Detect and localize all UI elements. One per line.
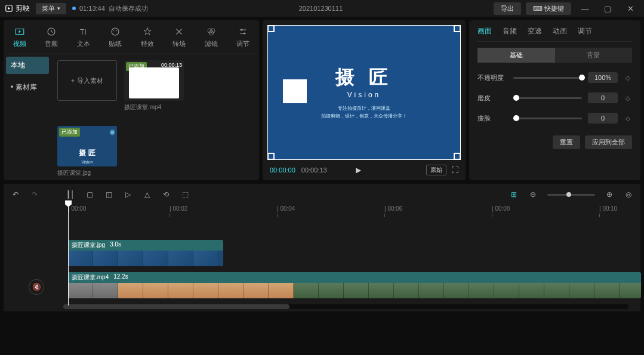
tab-sticker[interactable]: 贴纸 <box>100 20 132 54</box>
zoom-out-button[interactable]: ⊖ <box>528 190 538 199</box>
skin-spinner[interactable]: ◇ <box>624 95 632 101</box>
tab-video[interactable]: 视频 <box>4 20 36 54</box>
subtab-background[interactable]: 背景 <box>555 48 633 63</box>
tab-filter[interactable]: 滤镜 <box>195 20 227 54</box>
minimize-button[interactable]: — <box>576 4 594 13</box>
playhead[interactable] <box>68 202 69 305</box>
subtab-basic[interactable]: 基础 <box>477 48 555 63</box>
filter-icon <box>206 26 217 37</box>
media-grid: + 导入素材 已添加00:00:13 摄匠课堂.mp4 已添加◉ 摄 匠 Vis… <box>51 54 259 183</box>
export-button[interactable]: 导出 <box>494 2 521 15</box>
preview-canvas[interactable]: 摄 匠 Vision 专注拍摄后计，潜画课堂拍摄剪辑，设计，创意，大众传播分享！ <box>267 25 461 160</box>
crop2-button[interactable]: ◫ <box>104 190 113 199</box>
import-button[interactable]: + 导入素材 <box>57 60 117 101</box>
opacity-slider[interactable] <box>513 77 582 79</box>
apply-all-button[interactable]: 应用到全部 <box>585 135 632 149</box>
timeline-tracks: 摄匠课堂.jpg3.0s 🔇 摄匠课堂.mp412.2s <box>63 239 640 300</box>
app-logo: 剪映 <box>5 4 30 14</box>
preview-desc: 专注拍摄后计，潜画课堂拍摄剪辑，设计，创意，大众传播分享！ <box>321 105 407 121</box>
opacity-spinner[interactable]: ◇ <box>624 75 632 81</box>
face-spinner[interactable]: ◇ <box>624 115 632 122</box>
svg-point-10 <box>241 29 243 30</box>
menu-dropdown[interactable]: 菜单 <box>36 3 66 14</box>
preview-panel: 摄 匠 Vision 专注拍摄后计，潜画课堂拍摄剪辑，设计，创意，大众传播分享！… <box>263 20 466 180</box>
adjust-icon <box>238 26 248 37</box>
crop-button[interactable]: ▢ <box>85 190 94 199</box>
media-item[interactable]: 已添加00:00:13 摄匠课堂.mp4 <box>124 60 184 112</box>
svg-point-4 <box>112 28 119 35</box>
fullscreen-button[interactable]: ⛶ <box>451 166 458 174</box>
shortcuts-button[interactable]: ⌨ 快捷键 <box>526 2 571 15</box>
preview-title: 摄 匠 <box>335 64 393 91</box>
face-slider[interactable] <box>513 118 582 119</box>
transition-icon <box>174 26 184 37</box>
reset-button[interactable]: 重置 <box>553 135 580 149</box>
zoom-slider[interactable] <box>547 194 595 196</box>
save-status: 自动保存成功 <box>109 4 148 13</box>
tab-audio[interactable]: 音频 <box>36 20 68 54</box>
horizontal-scrollbar[interactable] <box>63 304 628 309</box>
mirror-button[interactable]: △ <box>142 190 152 199</box>
snap-button[interactable]: ⊞ <box>509 190 519 199</box>
tab-effect[interactable]: 特效 <box>131 20 164 54</box>
skin-slider[interactable] <box>513 97 582 99</box>
undo-button[interactable]: ↶ <box>11 190 20 199</box>
skin-row: 磨皮 0 ◇ <box>477 92 632 103</box>
tab-adjust[interactable]: 调节 <box>227 20 260 54</box>
maximize-button[interactable]: ▢ <box>599 4 617 13</box>
timeline-clip-video[interactable]: 摄匠课堂.mp412.2s <box>68 272 641 298</box>
qr-code <box>283 79 307 103</box>
opacity-value[interactable]: 100% <box>588 72 618 83</box>
rotate-button[interactable]: ⟲ <box>161 190 171 199</box>
sidebar-local[interactable]: 本地 <box>6 57 49 74</box>
project-title: 202101230111 <box>154 5 488 12</box>
zoom-fit-button[interactable]: ◎ <box>624 190 633 199</box>
opacity-label: 不透明度 <box>477 73 507 82</box>
play-button[interactable]: ▶ <box>356 166 361 174</box>
media-name: 摄匠课堂.jpg <box>57 169 117 177</box>
tab-text[interactable]: TI文本 <box>67 20 100 54</box>
svg-text:TI: TI <box>80 27 87 36</box>
save-dot-icon <box>72 7 76 10</box>
resize-handle[interactable] <box>454 153 461 160</box>
svg-point-5 <box>113 30 115 31</box>
resize-handle[interactable] <box>454 25 461 32</box>
face-value[interactable]: 0 <box>588 113 618 124</box>
scrollbar-thumb[interactable] <box>63 304 289 309</box>
resize-handle[interactable] <box>267 25 275 32</box>
close-button[interactable]: ✕ <box>621 4 639 13</box>
face-label: 瘦脸 <box>477 114 507 123</box>
media-name: 摄匠课堂.mp4 <box>124 103 184 112</box>
total-duration: 00:00:13 <box>301 166 327 174</box>
tab-adjust-prop[interactable]: 调节 <box>578 26 592 36</box>
tab-audio-prop[interactable]: 音频 <box>503 26 517 36</box>
skin-value[interactable]: 0 <box>588 92 618 103</box>
skin-label: 磨皮 <box>477 94 507 103</box>
tab-speed[interactable]: 变速 <box>528 26 542 36</box>
split-button[interactable]: ┃│ <box>66 190 75 199</box>
tab-transition[interactable]: 转场 <box>164 20 196 54</box>
time-ruler[interactable]: | 00:00 | 00:02 | 00:04 | 00:06 | 00:08 … <box>63 205 640 217</box>
sidebar-library[interactable]: • 素材库 <box>4 76 51 98</box>
zoom-in-button[interactable]: ⊕ <box>605 190 614 199</box>
timeline-clip-image[interactable]: 摄匠课堂.jpg3.0s <box>68 240 223 266</box>
tab-picture[interactable]: 画面 <box>477 26 492 36</box>
ratio-button[interactable]: 原始 <box>426 165 446 175</box>
logo-icon <box>5 4 13 13</box>
added-badge: 已添加 <box>59 128 80 137</box>
resize-handle[interactable] <box>267 153 275 160</box>
face-row: 瘦脸 0 ◇ <box>477 113 632 124</box>
crop3-button[interactable]: ⬚ <box>180 190 190 199</box>
media-item[interactable]: 已添加◉ 摄 匠 Vision 摄匠课堂.jpg <box>57 126 117 177</box>
tab-animation[interactable]: 动画 <box>553 26 567 36</box>
opacity-row: 不透明度 100% ◇ <box>477 72 632 83</box>
speed-button[interactable]: ▷ <box>123 190 133 199</box>
property-subtabs: 基础 背景 <box>477 48 632 63</box>
mute-track-button[interactable]: 🔇 <box>29 279 44 295</box>
redo-button[interactable]: ↷ <box>30 190 39 199</box>
timeline-toolbar: ↶ ↷ ┃│ ▢ ◫ ▷ △ ⟲ ⬚ ⊞ ⊖ ⊕ ◎ <box>4 187 640 205</box>
media-panel: 视频 音频 TI文本 贴纸 特效 转场 滤镜 调节 本地 • 素材库 + 导入素… <box>4 20 259 180</box>
preview-controls: 00:00:00 00:00:13 ▶ 原始 ⛶ <box>267 160 461 175</box>
svg-point-6 <box>116 30 118 31</box>
text-icon: TI <box>78 26 89 37</box>
